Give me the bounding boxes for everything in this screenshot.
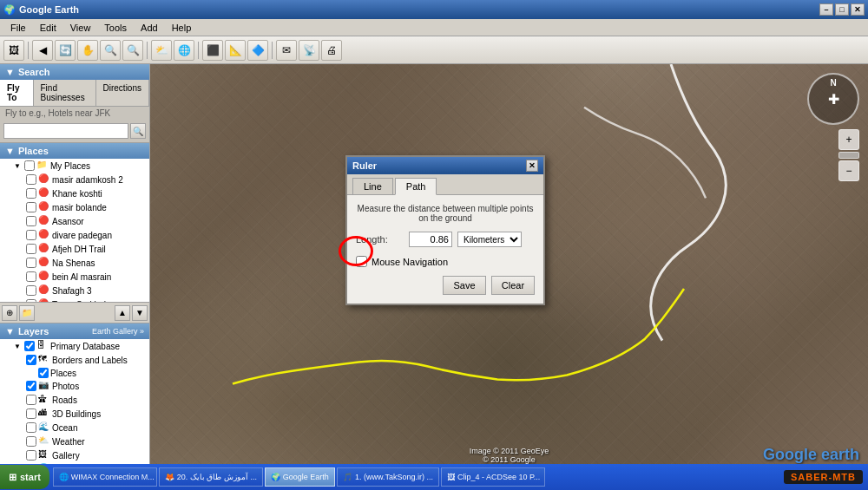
checkbox-myplaces[interactable] xyxy=(24,160,35,171)
checkbox-weather[interactable] xyxy=(26,436,36,447)
checkbox-borders[interactable] xyxy=(26,355,36,365)
places-folder-btn[interactable]: 📁 xyxy=(19,305,35,321)
taskbar-item-taksong[interactable]: 🎵 1. (www.TakSong.ir) ... xyxy=(337,467,439,487)
label-places: Places xyxy=(50,369,76,378)
list-item[interactable]: ⛅ Weather xyxy=(0,434,149,448)
checkbox-ocean[interactable] xyxy=(26,422,36,433)
compass[interactable]: N ✚ xyxy=(807,73,859,125)
checkbox-item8[interactable] xyxy=(26,271,36,282)
checkbox-primary-db[interactable] xyxy=(24,341,35,351)
checkbox-item5[interactable] xyxy=(26,230,36,240)
dialog-length-input[interactable] xyxy=(409,232,452,247)
list-item[interactable]: 🖼 Gallery xyxy=(0,448,149,462)
toolbar-btn-10[interactable]: 🔷 xyxy=(247,40,268,61)
checkbox-places[interactable] xyxy=(38,368,49,378)
toolbar-btn-9[interactable]: 📐 xyxy=(225,40,246,61)
dialog-unit-select[interactable]: Kilometers Miles Meters Feet xyxy=(457,232,522,247)
checkbox-item3[interactable] xyxy=(26,202,36,212)
checkbox-roads[interactable] xyxy=(26,395,36,405)
toolbar-btn-6[interactable]: ⛅ xyxy=(151,40,172,61)
tree-item-myplaces[interactable]: ▼ 📁 My Places xyxy=(0,159,149,173)
toolbar-btn-5[interactable]: 🔍 xyxy=(122,40,143,61)
list-item[interactable]: 🔴 masir bolande xyxy=(0,200,149,214)
menu-tools[interactable]: Tools xyxy=(97,21,134,35)
list-item[interactable]: 🌊 Ocean xyxy=(0,421,149,434)
toolbar-btn-11[interactable]: ✉ xyxy=(276,40,297,61)
taskbar-item-icon-4: 🖼 xyxy=(447,473,455,481)
places-add-btn[interactable]: ⊕ xyxy=(2,305,17,321)
toolbar-btn-0[interactable]: 🖼 xyxy=(3,40,24,61)
close-button[interactable]: ✕ xyxy=(851,3,865,16)
toolbar-btn-13[interactable]: 🖨 xyxy=(321,40,342,61)
menu-view[interactable]: View xyxy=(63,21,98,35)
toolbar-btn-7[interactable]: 🌐 xyxy=(174,40,194,61)
nav-zoom-slider[interactable] xyxy=(838,152,859,159)
tree-item-primary-db[interactable]: ▼ 🗄 Primary Database xyxy=(0,339,149,353)
checkbox-item9[interactable] xyxy=(26,285,36,296)
earth-gallery-link[interactable]: Earth Gallery » xyxy=(92,327,144,336)
list-item[interactable]: 🔴 masir adamkosh 2 xyxy=(0,173,149,186)
search-header[interactable]: ▼ Search xyxy=(0,64,149,80)
list-item[interactable]: 🛣 Roads xyxy=(0,393,149,407)
title-bar-left: 🌍 Google Earth xyxy=(3,4,79,16)
search-input[interactable] xyxy=(3,123,128,139)
map-area[interactable]: N ✚ + − Image © 2011 GeoEye © 2011 Googl… xyxy=(150,64,868,490)
toolbar-btn-4[interactable]: 🔍 xyxy=(100,40,121,61)
list-item[interactable]: 🔴 Asansor xyxy=(0,214,149,228)
dialog-save-button[interactable]: Save xyxy=(443,276,486,295)
toolbar-btn-1[interactable]: ◀ xyxy=(32,40,53,61)
checkbox-item7[interactable] xyxy=(26,258,36,268)
dialog-tab-line[interactable]: Line xyxy=(352,178,393,194)
toolbar-btn-12[interactable]: 📡 xyxy=(299,40,319,61)
list-item[interactable]: 🔴 divare padegan xyxy=(0,228,149,242)
tab-directions[interactable]: Directions xyxy=(96,80,149,106)
checkbox-item1[interactable] xyxy=(26,174,36,185)
dialog-clear-button[interactable]: Clear xyxy=(491,276,535,295)
mouse-nav-checkbox[interactable] xyxy=(356,256,367,267)
checkbox-3d-buildings[interactable] xyxy=(26,408,36,419)
dialog-title-bar[interactable]: Ruler ✕ xyxy=(347,157,543,174)
taskbar-item-wimax[interactable]: 🌐 WIMAX Connection M... xyxy=(53,467,157,487)
nav-zoom-in-button[interactable]: + xyxy=(838,129,859,150)
taskbar-item-clip[interactable]: 🖼 Clip_4 - ACDSee 10 P... xyxy=(441,467,545,487)
checkbox-item6[interactable] xyxy=(26,244,36,254)
start-button[interactable]: ⊞ start xyxy=(0,465,49,489)
list-item[interactable]: 🗺 Borders and Labels xyxy=(0,353,149,367)
map-copyright: Image © 2011 GeoEye © 2011 Google xyxy=(470,447,549,464)
tab-fly-to[interactable]: Fly To xyxy=(0,80,34,106)
list-item[interactable]: 🔴 Na Shenas xyxy=(0,256,149,270)
taskbar-item-amozesh[interactable]: 🦊 20. آموزش طاق بایک ... xyxy=(159,467,263,487)
checkbox-item4[interactable] xyxy=(26,216,36,226)
taskbar-right: SABER-MTB xyxy=(779,470,868,484)
menu-file[interactable]: File xyxy=(3,21,33,35)
tab-find-businesses[interactable]: Find Businesses xyxy=(34,80,96,106)
toolbar-btn-2[interactable]: 🔄 xyxy=(55,40,76,61)
checkbox-photos[interactable] xyxy=(26,381,36,391)
maximize-button[interactable]: □ xyxy=(835,3,849,16)
places-down-btn[interactable]: ▼ xyxy=(132,305,148,321)
list-item[interactable]: 🔴 Shafagh 3 xyxy=(0,284,149,297)
list-item[interactable]: 🔴 Khane koshti xyxy=(0,186,149,200)
places-header[interactable]: ▼ Places xyxy=(0,143,149,159)
dialog-tab-path[interactable]: Path xyxy=(395,178,437,195)
menu-help[interactable]: Help xyxy=(165,21,199,35)
taskbar-item-googleearth[interactable]: 🌍 Google Earth xyxy=(265,467,335,487)
list-item[interactable]: 📷 Photos xyxy=(0,379,149,393)
menu-edit[interactable]: Edit xyxy=(33,21,63,35)
dialog-close-button[interactable]: ✕ xyxy=(526,160,538,172)
checkbox-gallery[interactable] xyxy=(26,450,36,461)
list-item[interactable]: Places xyxy=(0,367,149,379)
list-item[interactable]: 🏙 3D Buildings xyxy=(0,407,149,421)
minimize-button[interactable]: – xyxy=(819,3,833,16)
nav-zoom-out-button[interactable]: − xyxy=(838,160,859,181)
toolbar-btn-8[interactable]: ⬛ xyxy=(202,40,223,61)
list-item[interactable]: 🔴 bein Al masrain xyxy=(0,270,149,284)
menu-add[interactable]: Add xyxy=(134,21,165,35)
places-up-btn[interactable]: ▲ xyxy=(115,305,130,321)
layers-header[interactable]: ▼ Layers Earth Gallery » xyxy=(0,323,149,339)
list-item[interactable]: 🔴 Afjeh DH Trail xyxy=(0,242,149,256)
checkbox-item2[interactable] xyxy=(26,188,36,199)
window-controls: – □ ✕ xyxy=(819,3,865,16)
toolbar-btn-3[interactable]: ✋ xyxy=(77,40,98,61)
search-go-button[interactable]: 🔍 xyxy=(130,123,146,139)
